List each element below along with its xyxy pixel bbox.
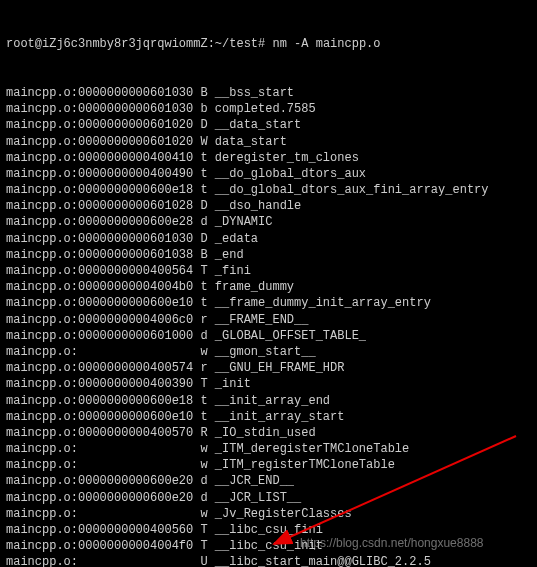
nm-output-row: maincpp.o:0000000000600e10 t __init_arra… [6, 409, 531, 425]
nm-output-row: maincpp.o: w _ITM_deregisterTMCloneTable [6, 441, 531, 457]
nm-output-row: maincpp.o:0000000000400564 T _fini [6, 263, 531, 279]
prompt-line: root@iZj6c3nmby8r3jqrqwiommZ:~/test# nm … [6, 36, 531, 52]
nm-output-row: maincpp.o: w _ITM_registerTMCloneTable [6, 457, 531, 473]
nm-output-row: maincpp.o:0000000000600e10 t __frame_dum… [6, 295, 531, 311]
command-text: nm -A maincpp.o [272, 37, 380, 51]
nm-output-row: maincpp.o:0000000000600e20 d __JCR_END__ [6, 473, 531, 489]
nm-output-row: maincpp.o:0000000000601000 d _GLOBAL_OFF… [6, 328, 531, 344]
terminal-output[interactable]: root@iZj6c3nmby8r3jqrqwiommZ:~/test# nm … [0, 0, 537, 567]
nm-output-row: maincpp.o:00000000004006c0 r __FRAME_END… [6, 312, 531, 328]
prompt-path: ~/test [215, 37, 258, 51]
nm-output-row: maincpp.o:0000000000601030 D _edata [6, 231, 531, 247]
nm-output-row: maincpp.o:0000000000601030 B __bss_start [6, 85, 531, 101]
nm-output-row: maincpp.o:0000000000600e18 t __init_arra… [6, 393, 531, 409]
nm-output-row: maincpp.o:0000000000600e28 d _DYNAMIC [6, 214, 531, 230]
nm-output-row: maincpp.o:0000000000600e20 d __JCR_LIST_… [6, 490, 531, 506]
nm-output-row: maincpp.o:0000000000601020 D __data_star… [6, 117, 531, 133]
prompt-separator: # [258, 37, 265, 51]
nm-output-row: maincpp.o:0000000000601038 B _end [6, 247, 531, 263]
prompt-user-host: root@iZj6c3nmby8r3jqrqwiommZ [6, 37, 208, 51]
nm-output-row: maincpp.o:0000000000601028 D __dso_handl… [6, 198, 531, 214]
nm-output-row: maincpp.o:0000000000601020 W data_start [6, 134, 531, 150]
nm-output-row: maincpp.o:0000000000400560 T __libc_csu_… [6, 522, 531, 538]
nm-output-row: maincpp.o:00000000004004b0 t frame_dummy [6, 279, 531, 295]
nm-output-row: maincpp.o: w _Jv_RegisterClasses [6, 506, 531, 522]
nm-output-row: maincpp.o: w __gmon_start__ [6, 344, 531, 360]
nm-output-row: maincpp.o:0000000000400410 t deregister_… [6, 150, 531, 166]
nm-output-row: maincpp.o:0000000000600e18 t __do_global… [6, 182, 531, 198]
nm-output-row: maincpp.o: U __libc_start_main@@GLIBC_2.… [6, 554, 531, 567]
nm-output-row: maincpp.o:0000000000400574 r __GNU_EH_FR… [6, 360, 531, 376]
nm-output-row: maincpp.o:0000000000400570 R _IO_stdin_u… [6, 425, 531, 441]
nm-output-row: maincpp.o:0000000000400490 t __do_global… [6, 166, 531, 182]
nm-output-row: maincpp.o:0000000000400390 T _init [6, 376, 531, 392]
nm-output-row: maincpp.o:00000000004004f0 T __libc_csu_… [6, 538, 531, 554]
nm-output-row: maincpp.o:0000000000601030 b completed.7… [6, 101, 531, 117]
